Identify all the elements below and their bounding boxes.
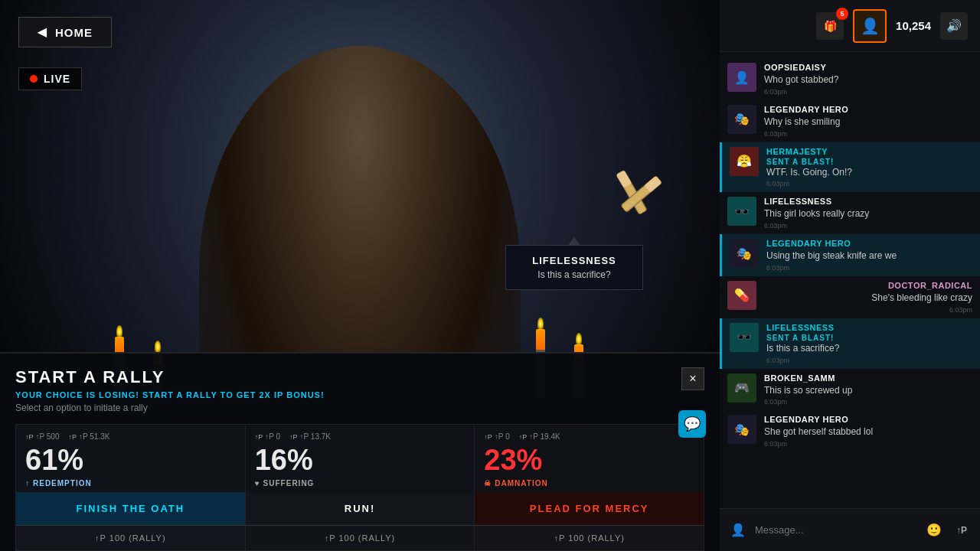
back-arrow-icon: ◀ (38, 25, 47, 39)
message-username-5: DOCTOR_RADICAL (764, 281, 972, 290)
chat-sidebar: 🎁 5 👤 10,254 🔊 👤OOPSIEDAISYWho got stabb… (720, 0, 980, 551)
choice-damnation: ↑P ↑P 0 ↑P ↑P 19.4K 23% ☠ DAMNATION PLEA… (475, 424, 704, 551)
suffering-icon: ♥ (255, 479, 260, 487)
message-username-8: LEGENDARY HERO (764, 415, 972, 424)
message-text-5: She's bleeding like crazy (764, 292, 972, 305)
message-text-2: WTF. Is. Going. On!? (766, 166, 972, 179)
choice-suffering: ↑P ↑P 0 ↑P ↑P 13.7K 16% ♥ SUFFERING RUN!… (246, 424, 475, 551)
message-username-3: LIFELESSNESS (764, 197, 972, 206)
coins-badge: 🎁 5 (816, 12, 844, 40)
popup-message: Is this a sacrifice? (518, 269, 630, 280)
user-avatar[interactable]: 👤 (853, 9, 887, 43)
emoji-button[interactable]: 🙂 (923, 520, 945, 541)
rally-subtitle-highlight: 2X IP BONUS! (259, 390, 324, 399)
redemption-ip1: ↑P ↑P 500 (25, 432, 59, 441)
suffering-action-button[interactable]: RUN! (246, 492, 475, 525)
person-icon: 👤 (727, 520, 749, 541)
top-bar: 🎁 5 👤 10,254 🔊 (720, 0, 980, 52)
message-content-1: LEGENDARY HEROWhy is she smiling6:03pm (764, 105, 972, 138)
message-username-0: OOPSIEDAISY (764, 63, 972, 72)
lifelessness-popup: LIFELESSNESS Is this a sacrifice? (505, 245, 643, 290)
message-username-1: LEGENDARY HERO (764, 105, 972, 114)
chat-message-7: 🎮BROKEN_SAMMThis is so screwed up6:03pm (720, 369, 980, 411)
chat-message-8: 🎭LEGENDARY HEROShe got herself stabbed l… (720, 410, 980, 452)
message-time-5: 6:03pm (764, 306, 972, 314)
chat-message-1: 🎭LEGENDARY HEROWhy is she smiling6:03pm (720, 100, 980, 142)
game-area: LIVE ◀ HOME LIFELESSNESS Is t (0, 0, 720, 551)
redemption-type: ↑ REDEMPTION (25, 479, 236, 487)
message-avatar-4: 🎭 (730, 239, 759, 268)
live-dot (30, 75, 38, 83)
notification-count: 5 (836, 8, 848, 20)
blast-label-6: SENT A BLAST! (766, 334, 972, 342)
message-avatar-1: 🎭 (727, 105, 756, 134)
chat-input-area: 👤 🙂 ↑P (720, 508, 980, 551)
redemption-ip2: ↑P ↑P 51.3K (68, 432, 109, 441)
chat-message-2: 😤HERMAJESTYSENT A BLAST!WTF. Is. Going. … (720, 142, 980, 193)
message-text-6: Is this a sacrifice? (766, 342, 972, 355)
damnation-icon: ☠ (484, 479, 492, 487)
ip-send-button[interactable]: ↑P (951, 520, 972, 541)
chat-message-0: 👤OOPSIEDAISYWho got stabbed?6:03pm (720, 58, 980, 100)
message-text-0: Who got stabbed? (764, 73, 972, 86)
message-avatar-5: 💊 (727, 281, 756, 310)
chat-message-4: 🎭LEGENDARY HEROUsing the big steak knife… (720, 234, 980, 276)
suffering-ip2: ↑P ↑P 13.7K (289, 432, 331, 441)
redemption-rally-button[interactable]: ↑P 100 (RALLY) (16, 525, 245, 550)
message-content-8: LEGENDARY HEROShe got herself stabbed lo… (764, 415, 972, 448)
message-avatar-7: 🎮 (727, 373, 756, 403)
damnation-rally-button[interactable]: ↑P 100 (RALLY) (475, 525, 704, 550)
message-time-3: 6:03pm (764, 222, 972, 230)
message-username-7: BROKEN_SAMM (764, 373, 972, 383)
sound-button[interactable]: 🔊 (940, 12, 968, 40)
message-avatar-3: 🕶️ (727, 197, 756, 226)
message-time-0: 6:03pm (764, 88, 972, 96)
message-avatar-6: 🕶️ (730, 323, 759, 352)
suffering-header: ↑P ↑P 0 ↑P ↑P 13.7K 16% ♥ SUFFERING (246, 425, 475, 492)
popup-username: LIFELESSNESS (518, 255, 630, 266)
message-content-5: DOCTOR_RADICALShe's bleeding like crazy6… (764, 281, 972, 314)
coins-icon[interactable]: 🎁 5 (816, 12, 844, 40)
rally-subtitle-plain: YOUR CHOICE IS LOSING! START A RALLY TO … (15, 390, 259, 399)
damnation-percent: 23% (484, 445, 694, 474)
message-avatar-2: 😤 (730, 147, 759, 176)
message-username-4: LEGENDARY HERO (766, 239, 972, 248)
message-time-1: 6:03pm (764, 130, 972, 138)
redemption-header: ↑P ↑P 500 ↑P ↑P 51.3K 61% ↑ REDEMPTION (16, 425, 245, 492)
message-time-7: 6:03pm (764, 398, 972, 406)
message-avatar-0: 👤 (727, 63, 756, 92)
message-time-4: 6:03pm (766, 264, 972, 272)
redemption-ip-row: ↑P ↑P 500 ↑P ↑P 51.3K (25, 432, 236, 441)
message-text-1: Why is she smiling (764, 116, 972, 129)
chat-message-5: DOCTOR_RADICALShe's bleeding like crazy6… (720, 276, 980, 318)
rally-subtitle: YOUR CHOICE IS LOSING! START A RALLY TO … (15, 390, 704, 399)
choice-redemption: ↑P ↑P 500 ↑P ↑P 51.3K 61% ↑ REDEMPTION F… (15, 424, 246, 551)
close-button[interactable]: × (681, 367, 704, 390)
message-content-2: HERMAJESTYSENT A BLAST!WTF. Is. Going. O… (766, 147, 972, 188)
message-input[interactable] (755, 524, 917, 536)
message-content-6: LIFELESSNESSSENT A BLAST!Is this a sacri… (766, 323, 972, 364)
suffering-ip-row: ↑P ↑P 0 ↑P ↑P 13.7K (255, 432, 466, 441)
redemption-icon: ↑ (25, 479, 30, 487)
chat-message-3: 🕶️LIFELESSNESSThis girl looks really cra… (720, 192, 980, 234)
home-label: HOME (55, 26, 93, 39)
message-text-7: This is so screwed up (764, 384, 972, 397)
message-username-6: LIFELESSNESS (766, 323, 972, 332)
popup-arrow (568, 236, 580, 246)
damnation-action-button[interactable]: PLEAD FOR MERCY (475, 492, 704, 525)
message-time-8: 6:03pm (764, 440, 972, 448)
suffering-rally-button[interactable]: ↑P 100 (RALLY) (246, 525, 475, 550)
message-time-6: 6:03pm (766, 357, 972, 364)
damnation-type: ☠ DAMNATION (484, 479, 694, 487)
live-badge: LIVE (18, 67, 82, 90)
suffering-ip1: ↑P ↑P 0 (255, 432, 280, 441)
damnation-ip2: ↑P ↑P 19.4K (519, 432, 560, 441)
chat-bubble-button[interactable]: 💬 (678, 410, 706, 438)
damnation-ip1: ↑P ↑P 0 (484, 432, 509, 441)
redemption-action-button[interactable]: FINISH THE OATH (16, 492, 245, 525)
message-text-3: This girl looks really crazy (764, 207, 972, 220)
message-content-0: OOPSIEDAISYWho got stabbed?6:03pm (764, 63, 972, 96)
home-button[interactable]: ◀ HOME (18, 17, 112, 47)
damnation-header: ↑P ↑P 0 ↑P ↑P 19.4K 23% ☠ DAMNATION (475, 425, 704, 492)
message-username-2: HERMAJESTY (766, 147, 972, 156)
